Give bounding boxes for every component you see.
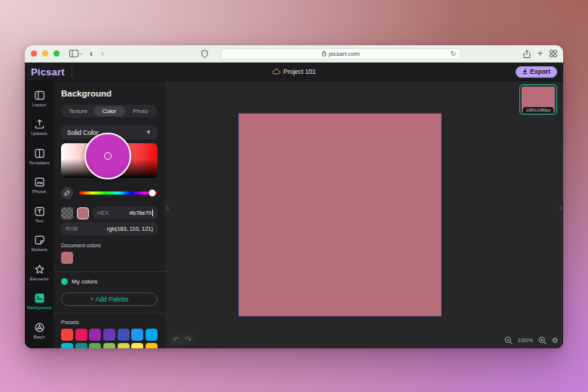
text-icon (34, 206, 45, 217)
browser-chrome: ‹ › picsart.com ↻ + (25, 45, 563, 63)
export-button[interactable]: Export (516, 66, 557, 78)
sidebar-item-layout[interactable]: Layout (25, 84, 54, 113)
eyedropper-button[interactable] (61, 187, 73, 199)
app-header: Picsart | Project 101 Export (25, 63, 563, 81)
current-color-swatch[interactable] (77, 207, 89, 219)
preset-color-swatch[interactable] (75, 329, 87, 341)
address-bar[interactable]: picsart.com ↻ (221, 48, 461, 60)
preset-color-swatch[interactable] (89, 343, 101, 349)
tab-overview-icon[interactable] (550, 50, 557, 57)
new-tab-icon[interactable]: + (537, 49, 543, 58)
chevron-down-icon: ▼ (145, 129, 152, 136)
picsart-logo[interactable]: Picsart (31, 66, 65, 78)
undo-button[interactable]: ↶ (173, 335, 179, 344)
sidebar-item-elements[interactable]: Elements (25, 258, 54, 287)
preset-color-swatch[interactable] (89, 329, 101, 341)
hex-input[interactable]: HEX #b76e79 (93, 207, 158, 219)
forward-button[interactable]: › (100, 48, 106, 59)
reload-icon[interactable]: ↻ (450, 50, 456, 57)
presets-label: Presets (61, 320, 158, 325)
document-colors-list (61, 252, 158, 264)
preset-color-swatch[interactable] (61, 343, 73, 349)
preset-color-swatch[interactable] (103, 343, 115, 349)
privacy-shield-icon[interactable] (201, 50, 208, 58)
cloud-sync-icon (272, 69, 280, 75)
elements-star-icon (34, 264, 45, 275)
expand-right-chevron[interactable]: › (559, 204, 562, 212)
sidebar-item-templates[interactable]: Templates (25, 142, 54, 171)
download-icon (522, 69, 528, 75)
page-thumbnail[interactable]: 1080x1080px (519, 84, 557, 115)
zoom-out-button[interactable] (504, 336, 513, 345)
zoom-in-button[interactable] (538, 336, 547, 345)
my-colors-icon (61, 278, 68, 285)
preset-color-swatch[interactable] (145, 343, 158, 349)
tab-texture[interactable]: Texture (63, 106, 93, 116)
sidebar-item-photos[interactable]: Photos (25, 171, 54, 201)
tab-photo[interactable]: Photo (125, 106, 156, 116)
my-colors-row[interactable]: My colors (61, 278, 158, 285)
collapse-panel-chevron[interactable]: ‹ (167, 204, 169, 212)
preset-color-swatch[interactable] (131, 343, 143, 349)
rgb-input[interactable]: RGB rgb(183, 110, 121) (61, 222, 158, 235)
header-divider: | (71, 66, 73, 77)
layout-icon (34, 90, 45, 101)
sidebar-item-batch[interactable]: Batch (25, 316, 54, 345)
canvas-size-badge: 1080x1080px (522, 107, 553, 113)
canvas-settings-button[interactable]: ⚙ (552, 336, 559, 345)
hue-slider[interactable] (79, 191, 158, 194)
panel-divider (54, 271, 165, 272)
zoom-level[interactable]: 100% (518, 337, 533, 344)
document-colors-label: Document colors (61, 243, 158, 248)
tool-sidebar: Layout Uploads Templates Photos (25, 81, 54, 348)
minimize-window-button[interactable] (42, 51, 48, 57)
panel-title: Background (61, 89, 158, 98)
stickers-icon (34, 234, 45, 246)
add-palette-button[interactable]: + Add Palette (61, 292, 158, 306)
lock-icon (322, 51, 326, 57)
upload-icon (34, 118, 45, 130)
share-icon[interactable] (523, 50, 531, 58)
photos-icon (34, 176, 45, 188)
fill-type-tabs: Texture Color Photo (61, 105, 158, 118)
preset-color-swatch[interactable] (145, 329, 158, 341)
browser-window: ‹ › picsart.com ↻ + (25, 45, 563, 348)
color-picker-loupe[interactable] (84, 133, 131, 179)
panel-divider (54, 313, 165, 314)
sidebar-item-background[interactable]: Background (25, 287, 54, 317)
loupe-cursor (104, 152, 112, 160)
canvas-area[interactable]: ‹ › 1080x1080px ↶ ↷ 100% (165, 81, 563, 348)
preset-color-swatch[interactable] (61, 329, 73, 341)
project-title[interactable]: Project 101 (272, 68, 316, 75)
preset-color-swatch[interactable] (75, 343, 87, 349)
templates-icon (34, 148, 45, 159)
document-color-swatch[interactable] (61, 252, 73, 264)
preset-color-swatch[interactable] (103, 329, 115, 341)
background-panel: Background Texture Color Photo Solid Col… (54, 81, 165, 348)
sidebar-item-text[interactable]: Text (25, 200, 54, 229)
sidebar-item-stickers[interactable]: Stickers (25, 229, 54, 259)
sidebar-toggle-icon[interactable] (69, 50, 83, 57)
zoom-controls: 100% ⚙ (504, 336, 559, 345)
close-window-button[interactable] (31, 51, 37, 57)
tab-color[interactable]: Color (93, 106, 124, 116)
text-cursor (152, 210, 153, 216)
back-button[interactable]: ‹ (88, 48, 94, 59)
preset-color-swatch[interactable] (131, 329, 143, 341)
hue-slider-thumb[interactable] (149, 190, 155, 197)
project-name: Project 101 (283, 68, 316, 75)
history-controls: ↶ ↷ (168, 335, 196, 345)
saturation-brightness-field[interactable] (61, 143, 158, 178)
background-icon (34, 292, 45, 304)
eyedropper-icon (64, 190, 70, 196)
artboard[interactable] (239, 114, 441, 316)
preset-color-grid (61, 329, 158, 348)
zoom-window-button[interactable] (54, 51, 60, 57)
batch-icon (34, 322, 45, 333)
preset-color-swatch[interactable] (118, 343, 130, 349)
url-text: picsart.com (329, 51, 360, 57)
sidebar-item-uploads[interactable]: Uploads (25, 113, 54, 142)
transparent-swatch[interactable] (61, 207, 73, 219)
redo-button[interactable]: ↷ (185, 335, 191, 344)
preset-color-swatch[interactable] (118, 329, 130, 341)
